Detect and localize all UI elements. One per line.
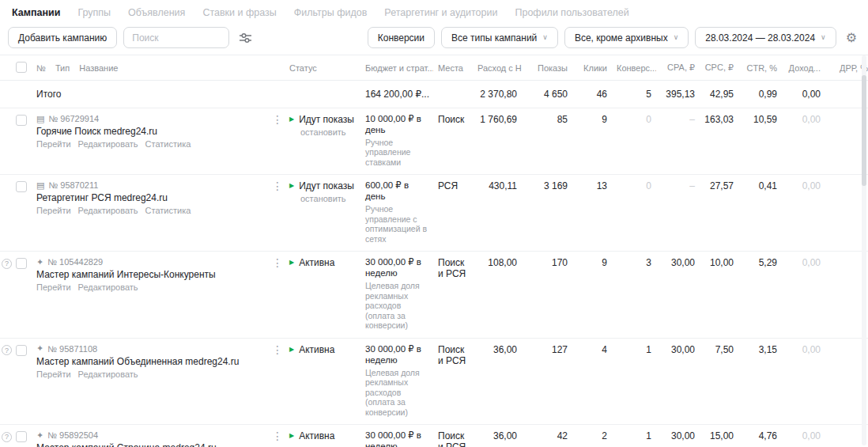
search-input[interactable] <box>123 27 229 48</box>
row-menu-icon[interactable]: ⋮ <box>272 180 283 192</box>
tab-campaigns[interactable]: Кампании <box>3 5 69 21</box>
impressions-value: 170 <box>522 252 572 339</box>
stop-link[interactable]: остановить <box>300 194 356 203</box>
places-value: РСЯ <box>433 175 473 252</box>
statistics-link[interactable]: Статистика <box>145 139 191 149</box>
spend-value: 1 760,69 <box>473 108 522 175</box>
campaign-name-link[interactable]: Горячие Поиск medreg24.ru <box>36 126 262 137</box>
ctr-value: 4,76 <box>738 425 782 447</box>
go-to-link[interactable]: Перейти <box>36 139 71 149</box>
table-row: ▤№ 95870211 Ретаргетинг РСЯ medreg24.ru … <box>0 175 868 252</box>
archive-filter-select[interactable]: Все, кроме архивных ∨ <box>564 27 689 48</box>
go-to-link[interactable]: Перейти <box>36 369 71 379</box>
date-range-picker[interactable]: 28.03.2024 — 28.03.2024 ∨ <box>695 27 836 48</box>
campaign-id: ✦№ 105442829 <box>36 257 262 267</box>
budget-value: 10 000,00 ₽ в день <box>365 114 428 136</box>
campaign-id: ✦№ 95871108 <box>36 344 262 354</box>
header-spend: Расход с Н... <box>473 55 522 81</box>
cpa-value: 30,00 <box>656 425 700 447</box>
edit-link[interactable]: Редактировать <box>78 206 138 215</box>
ctr-value: 5,29 <box>738 252 782 339</box>
row-menu-icon[interactable]: ⋮ <box>272 430 283 442</box>
row-menu-icon[interactable]: ⋮ <box>272 256 283 269</box>
strategy-label: Ручное управление ставками <box>365 138 428 168</box>
spend-value: 430,11 <box>473 175 522 252</box>
campaign-type-icon: ✦ <box>36 431 43 440</box>
row-checkbox[interactable] <box>16 181 27 192</box>
campaign-type-select-value: Все типы кампаний <box>451 32 537 44</box>
impressions-value: 127 <box>522 338 572 425</box>
edit-link[interactable]: Редактировать <box>78 282 138 292</box>
help-icon[interactable]: ? <box>2 432 12 442</box>
conversions-value: 3 <box>612 252 656 339</box>
strategy-label: Целевая доля рекламных расходов (оплата … <box>365 368 428 418</box>
tab-user-profiles[interactable]: Профили пользователей <box>506 5 637 21</box>
toolbar: Добавить кампанию Конверсии Все типы кам… <box>0 25 868 55</box>
totals-spend: 2 370,80 <box>473 81 522 108</box>
table-row: ▤№ 96729914 Горячие Поиск medreg24.ru Пе… <box>0 108 868 175</box>
campaign-action-links: Перейти Редактировать Статистика <box>36 139 262 149</box>
campaign-name-link[interactable]: Мастер кампаний Объединенная medreg24.ru <box>36 356 262 367</box>
campaign-id: ▤№ 96729914 <box>36 114 262 123</box>
tab-feed-filters[interactable]: Фильтры фидов <box>285 5 376 21</box>
revenue-value: 0,00 <box>782 425 825 447</box>
row-menu-icon[interactable]: ⋮ <box>272 113 283 126</box>
campaign-type-icon: ▤ <box>36 181 44 190</box>
help-icon[interactable]: ? <box>2 345 12 355</box>
archive-filter-value: Все, кроме архивных <box>575 32 668 44</box>
table-row: ? ✦№ 95892504 Мастер кампаний Страница m… <box>0 425 868 447</box>
chevron-down-icon: ∨ <box>542 34 548 41</box>
places-value: Поиск и РСЯ <box>433 252 473 339</box>
statistics-link[interactable]: Статистика <box>145 206 191 215</box>
header-checkbox-cell <box>11 55 32 81</box>
stop-link[interactable]: остановить <box>300 127 356 137</box>
tab-bids-phrases[interactable]: Ставки и фразы <box>194 5 285 21</box>
tab-groups[interactable]: Группы <box>69 5 119 21</box>
go-to-link[interactable]: Перейти <box>36 282 71 292</box>
row-checkbox[interactable] <box>16 345 27 356</box>
tab-ads[interactable]: Объявления <box>119 5 194 21</box>
go-to-link[interactable]: Перейти <box>36 206 71 215</box>
header-places: Места <box>433 55 473 81</box>
select-all-checkbox[interactable] <box>16 62 27 73</box>
campaign-type-icon: ▤ <box>36 115 44 123</box>
row-checkbox[interactable] <box>16 431 27 442</box>
campaign-name-link[interactable]: Мастер кампаний Страница medreg24.ru <box>36 442 262 447</box>
spend-value: 36,00 <box>473 338 522 425</box>
campaign-type-icon: ✦ <box>36 258 43 267</box>
totals-label: Итого <box>32 81 267 108</box>
header-cpc: CPC, ₽ <box>700 55 738 81</box>
add-campaign-button[interactable]: Добавить кампанию <box>8 27 117 48</box>
revenue-value: 0,00 <box>782 252 825 339</box>
conversions-button[interactable]: Конверсии <box>368 27 435 48</box>
settings-gear-button[interactable]: ⚙ <box>843 32 860 44</box>
campaign-name-link[interactable]: Ретаргетинг РСЯ medreg24.ru <box>36 192 262 203</box>
clicks-value: 9 <box>572 252 612 339</box>
play-icon: ▶ <box>289 347 294 353</box>
header-menu <box>267 55 285 81</box>
filter-button[interactable] <box>236 32 255 44</box>
campaign-name-link[interactable]: Мастер кампаний Интересы-Конкуренты <box>36 269 262 280</box>
edit-link[interactable]: Редактировать <box>78 139 138 149</box>
totals-conversions: 5 <box>612 81 656 108</box>
edit-link[interactable]: Редактировать <box>78 369 138 379</box>
conversions-value: 0 <box>612 108 656 175</box>
revenue-value: 0,00 <box>782 175 825 252</box>
tab-retargeting-audiences[interactable]: Ретаргетинг и аудитории <box>376 5 506 21</box>
totals-clicks: 46 <box>572 81 612 108</box>
header-budget: Бюджет и страт... <box>360 55 433 81</box>
row-menu-icon[interactable]: ⋮ <box>272 343 283 356</box>
campaign-action-links: Перейти Редактировать <box>36 282 262 292</box>
row-checkbox[interactable] <box>16 115 27 126</box>
header-revenue: Доход... <box>782 55 825 81</box>
help-icon[interactable]: ? <box>2 259 12 269</box>
status-label: Идут показы <box>299 180 354 191</box>
strategy-label: Целевая доля рекламных расходов (оплата … <box>365 281 428 331</box>
vertical-scrollbar-thumb[interactable] <box>862 75 866 186</box>
row-checkbox[interactable] <box>16 258 27 269</box>
header-impressions: Показы <box>522 55 572 81</box>
cpc-value: 10,00 <box>700 252 738 339</box>
campaign-type-select[interactable]: Все типы кампаний ∨ <box>441 27 558 48</box>
budget-value: 30 000,00 ₽ в неделю <box>365 257 428 279</box>
totals-impressions: 4 650 <box>522 81 572 108</box>
